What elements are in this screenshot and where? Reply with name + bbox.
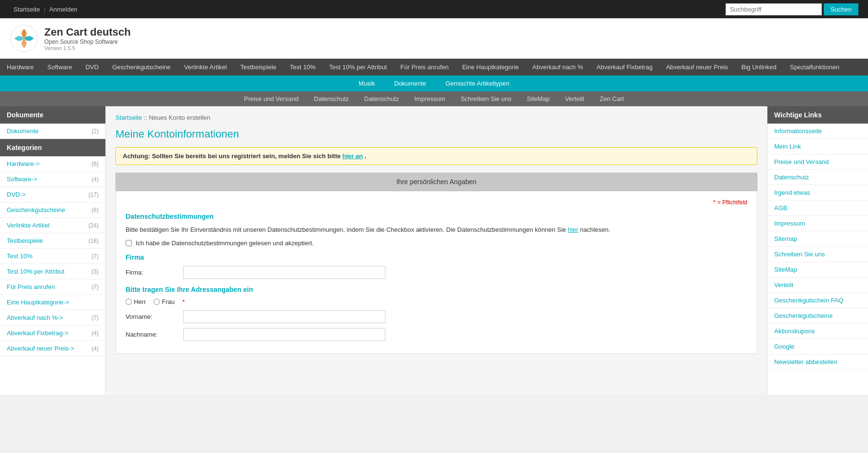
breadcrumb-current: Neues Konto erstellen [149,114,210,121]
vorname-input-wrapper [183,310,747,323]
right-sidebar-item-geschenkfaq: Geschenkgutschein FAQ [767,293,868,308]
mainnav-hauptkategorie[interactable]: Eine Hauptkategorie [455,59,525,76]
nachname-input-wrapper [183,328,747,341]
nachname-row: Nachname: [126,328,747,341]
sidebar-header-dokumente: Dokumente [0,106,105,124]
logo-icon [10,24,38,53]
sidebar-cat-geschenkgutscheine: Geschenkgutscheine (6) [0,202,105,218]
mainnav-abverkauf-prozent[interactable]: Abverkauf nach % [525,59,590,76]
gender-herr-radio[interactable] [126,299,132,305]
nachname-label: Nachname: [126,331,183,338]
page-title: Meine Kontoinformationen [115,128,757,140]
vorname-row: Vorname: [126,310,747,323]
bottomnav-sitemap[interactable]: SiteMap [519,91,558,106]
warning-link[interactable]: hier an [343,152,363,160]
bottomnav-verteilt[interactable]: Verteilt [558,91,592,106]
mainnav-software[interactable]: Software [40,59,78,76]
vorname-input[interactable] [183,310,385,323]
bottom-navigation: Preise und Versand Datenschutz Datenschu… [0,91,868,106]
mainnav-test10[interactable]: Test 10% [283,59,322,76]
form-container: * = Pflichtfeld Datenschutzbestimmungen … [115,191,757,354]
subnav-dokumente[interactable]: Dokumente [384,76,435,91]
mainnav-dvd[interactable]: DVD [79,59,105,76]
firma-section-title: Firma [126,253,747,261]
logo-subtitle: Open Source Shop Software [44,38,131,45]
mainnav-big-unlinked[interactable]: Big Unlinked [735,59,783,76]
right-sidebar-item-impressum: Impressum [767,216,868,231]
right-sidebar-item-sitemap: Sitemap [767,231,868,247]
firma-label: Firma: [126,269,183,276]
privacy-section-title: Datenschutzbestimmungen [126,213,747,220]
breadcrumb-home[interactable]: Startseite [115,114,142,121]
logo-version: Version 1.5.5 [44,45,131,51]
nachname-input[interactable] [183,328,385,341]
right-sidebar-item-agb: AGB [767,201,868,216]
right-sidebar-item-irgend: Irgend etwas [767,185,868,201]
sidebar-cat-abverkauf-preis: Abverkauf neuer Preis-> (4) [0,341,105,356]
breadcrumb: Startseite :: Neues Konto erstellen [115,114,757,121]
mainnav-spezialfunktionen[interactable]: Spezialfunktionen [783,59,846,76]
search-area: Suchen [726,3,858,15]
main-navigation: Hardware Software DVD Geschenkgutscheine… [0,59,868,76]
sidebar-cat-test10: Test 10% (7) [0,249,105,264]
right-sidebar-item-google: Google [767,339,868,354]
top-navigation: Startseite | Anmelden [10,6,81,13]
address-section-title: Bitte tragen Sie Ihre Adressangaben ein [126,286,747,293]
mainnav-abverkauf-fixbetrag[interactable]: Abverkauf Fixbetrag [590,59,659,76]
sidebar-cat-hauptkategorie: Eine Hauptkategorie-> [0,295,105,310]
mainnav-geschenkgutscheine[interactable]: Geschenkgutscheine [105,59,177,76]
privacy-checkbox[interactable] [126,240,132,246]
mainnav-preis-anrufen[interactable]: Für Preis anrufen [394,59,455,76]
topnav-anmelden[interactable]: Anmelden [45,6,81,13]
breadcrumb-separator: :: [144,114,149,121]
right-sidebar-item-info: Informationsseite [767,124,868,139]
page-layout: Dokumente Dokumente (2) Kategorien Hardw… [0,106,868,395]
right-sidebar-item-newsletter: Newsletter abbestellen [767,354,868,370]
sidebar-cat-abverkauf-fixbetrag: Abverkauf Fixbetrag-> (4) [0,326,105,341]
sidebar-cat-preis-anrufen: Für Preis anrufen (7) [0,279,105,295]
firma-input[interactable] [183,266,385,279]
bottomnav-datenschutz1[interactable]: Datenschutz [306,91,357,106]
sidebar-link-dokumente[interactable]: Dokumente [7,127,38,135]
bottomnav-schreiben[interactable]: Schreiben Sie uns [453,91,519,106]
bottomnav-datenschutz2[interactable]: Datenschutz [357,91,407,106]
right-sidebar-item-datenschutz: Datenschutz [767,170,868,185]
mainnav-abverkauf-preis[interactable]: Abverkauf neuer Preis [659,59,735,76]
right-sidebar-item-aktionskupons: Aktionskupons [767,324,868,339]
right-sidebar-item-verteilt: Verteilt [767,277,868,293]
privacy-text: Bitte bestätigen Sie Ihr Einverständnis … [126,225,747,235]
subnav-musik[interactable]: Musik [349,76,384,91]
bottomnav-preise[interactable]: Preise und Versand [236,91,306,106]
sidebar-cat-hardware: Hardware-> (6) [0,156,105,172]
bottomnav-zencart[interactable]: Zen Cart [592,91,632,106]
main-content: Startseite :: Neues Konto erstellen Mein… [106,106,767,395]
logo-text: Zen Cart deutsch Open Source Shop Softwa… [44,26,131,51]
privacy-link[interactable]: hier [568,226,578,233]
right-sidebar-item-preise: Preise und Versand [767,154,868,170]
mainnav-hardware[interactable]: Hardware [0,59,40,76]
mainnav-test10-attribut[interactable]: Test 10% per Attribut [322,59,394,76]
sidebar-cat-test10-attribut: Test 10% per Attribut (3) [0,264,105,279]
gender-frau-radio[interactable] [153,299,160,305]
sidebar-count-dokumente: (2) [91,128,99,135]
right-sidebar-item-schreiben: Schreiben Sie uns [767,247,868,262]
warning-box: Achtung: Sollten Sie bereits bei uns reg… [115,147,757,165]
required-note: * = Pflichtfeld [126,199,747,206]
section-header: Ihre persönlichen Angaben [115,173,757,191]
privacy-checkbox-row: Ich habe die Datenschutzbestimmungen gel… [126,239,747,247]
right-sidebar-header: Wichtige Links [767,106,868,124]
topnav-startseite[interactable]: Startseite [10,6,44,13]
sidebar-categories-header: Kategorien [0,139,105,156]
right-sidebar: Wichtige Links Informationsseite Mein Li… [767,106,868,395]
sidebar-cat-abverkauf-prozent: Abverkauf nach %-> (7) [0,310,105,326]
mainnav-verlinkte-artikel[interactable]: Verlinkte Artikel [178,59,234,76]
search-button[interactable]: Suchen [824,3,858,15]
mainnav-testbeispiele[interactable]: Testbeispiele [233,59,283,76]
search-input[interactable] [726,3,822,15]
sidebar-cat-verlinkte: Verlinkte Artikel (24) [0,218,105,233]
subnav-gemischte[interactable]: Gemischte Artikeltypen [436,76,519,91]
right-sidebar-item-geschenkgutscheine: Geschenkgutscheine [767,308,868,324]
bottomnav-impressum[interactable]: Impressum [407,91,453,106]
logo-title: Zen Cart deutsch [44,26,131,38]
sidebar-cat-testbeispiele: Testbeispiele (16) [0,233,105,249]
